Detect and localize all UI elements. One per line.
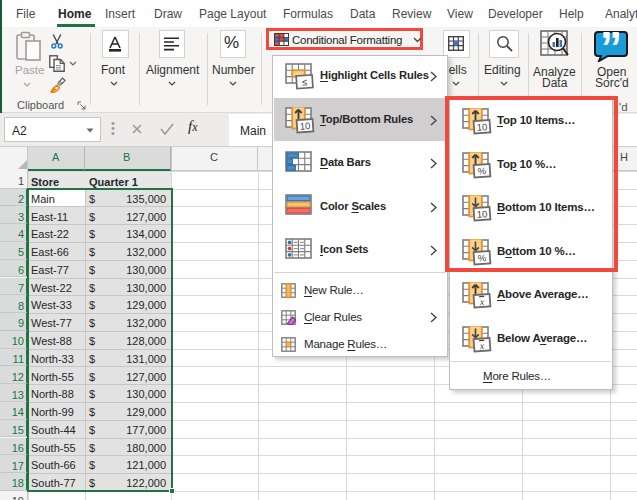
svg-text:≤: ≤ — [302, 76, 308, 87]
svg-text:10: 10 — [299, 120, 310, 132]
svg-text:”: ” — [600, 30, 622, 62]
